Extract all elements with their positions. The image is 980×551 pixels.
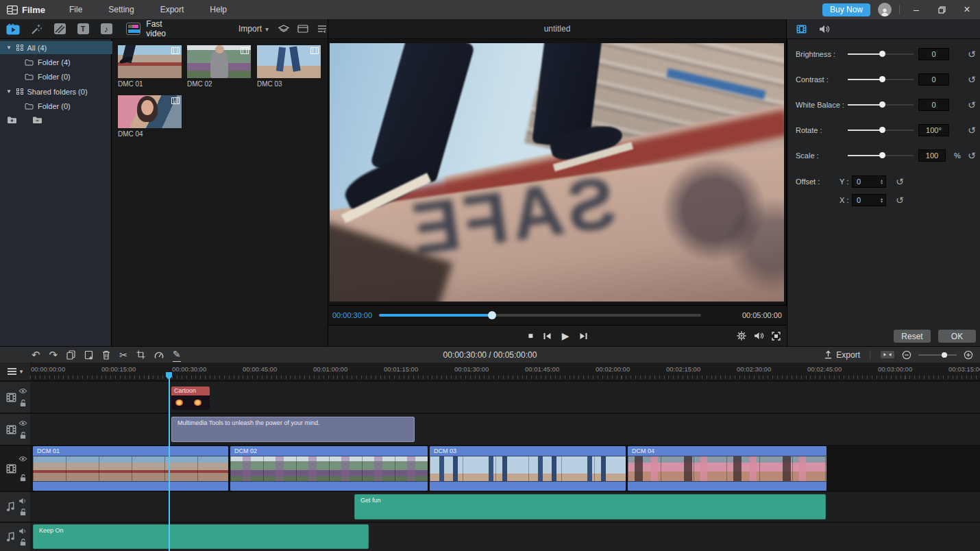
list-view-button[interactable]	[317, 25, 328, 33]
play-button[interactable]: ▶	[562, 330, 569, 341]
clip-dcm03[interactable]: DCM 03	[430, 446, 626, 491]
menu-setting[interactable]: Setting	[95, 0, 147, 19]
video-viewport[interactable]: SAFE	[330, 43, 784, 302]
layers-button[interactable]	[278, 25, 289, 34]
split-button[interactable]: ✂	[119, 348, 127, 362]
next-frame-button[interactable]	[580, 332, 588, 340]
clip-dcm04[interactable]: DCM 04	[628, 446, 826, 491]
stop-button[interactable]: ■	[528, 331, 532, 341]
clip-get-fun[interactable]: Get fun	[354, 494, 826, 519]
offset-x-reset-icon[interactable]: ↺	[892, 194, 908, 206]
clip-cartoon[interactable]: Cartoon	[171, 387, 210, 410]
clip-text[interactable]: Multimedia Tools to unleash the power of…	[171, 417, 415, 442]
brightness-value[interactable]: 0	[918, 48, 949, 60]
expander-icon[interactable]: ▼	[5, 45, 12, 51]
track-mute-toggle[interactable]	[19, 498, 27, 504]
delete-folder-button[interactable]	[32, 116, 42, 124]
zoom-in-button[interactable]	[964, 348, 973, 362]
offset-x-field[interactable]: 0 ▲ ▼	[852, 194, 886, 206]
offset-y-field[interactable]: 0 ▲ ▼	[852, 175, 886, 188]
fit-timeline-button[interactable]	[880, 348, 895, 362]
add-folder-button[interactable]	[7, 116, 17, 124]
track-lock-toggle[interactable]	[19, 431, 27, 439]
reset-button[interactable]: Reset	[894, 330, 931, 343]
rotate-reset-icon[interactable]: ↺	[964, 124, 980, 136]
preview-volume-button[interactable]	[754, 332, 764, 340]
white-balance-slider[interactable]	[848, 104, 914, 106]
clip-dcm02[interactable]: DCM 02	[230, 446, 428, 491]
track-view-button[interactable]	[297, 25, 308, 33]
tab-transitions[interactable]	[52, 22, 67, 36]
brightness-slider[interactable]	[848, 53, 914, 55]
track-lock-toggle[interactable]	[19, 538, 27, 546]
tab-audio[interactable]: ♪	[99, 22, 114, 36]
tab-media[interactable]	[5, 22, 21, 36]
tab-video-settings[interactable]	[796, 25, 807, 34]
track-menu[interactable]: ▾	[0, 363, 30, 380]
crop-button[interactable]	[136, 348, 145, 362]
delete-button[interactable]	[102, 348, 110, 362]
buy-now-button[interactable]: Buy Now	[822, 3, 870, 16]
scale-slider[interactable]	[848, 155, 914, 156]
contrast-value[interactable]: 0	[918, 73, 949, 86]
tab-audio-settings[interactable]	[819, 25, 830, 34]
track-lock-toggle[interactable]	[19, 508, 27, 516]
menu-export[interactable]: Export	[147, 0, 197, 19]
track-overlay-lane[interactable]: Cartoon	[30, 382, 980, 413]
track-audio1-lane[interactable]: Get fun	[30, 492, 980, 522]
expander-icon[interactable]: ▼	[5, 88, 12, 95]
import-dropdown[interactable]: Import ▾	[238, 24, 269, 34]
zoom-slider-handle[interactable]	[942, 352, 947, 358]
rotate-value[interactable]: 100°	[918, 124, 949, 136]
track-lock-toggle[interactable]	[19, 399, 27, 407]
track-visibility-toggle[interactable]	[19, 420, 27, 426]
account-avatar[interactable]	[878, 3, 892, 16]
brightness-reset-icon[interactable]: ↺	[964, 48, 980, 60]
scale-value[interactable]: 100	[918, 149, 946, 162]
seek-slider[interactable]	[379, 314, 701, 317]
sidebar-item-shared[interactable]: ▼ Shared folders (0)	[0, 85, 117, 98]
previous-frame-button[interactable]	[543, 332, 552, 340]
minimize-button[interactable]: –	[907, 0, 925, 19]
offset-y-stepper[interactable]: ▲ ▼	[880, 179, 885, 184]
rotate-slider[interactable]	[848, 130, 914, 131]
spin-down-icon[interactable]: ▼	[880, 200, 883, 203]
zoom-out-button[interactable]	[902, 348, 911, 362]
restore-button[interactable]	[933, 0, 951, 19]
speed-button[interactable]	[154, 348, 164, 362]
paste-button[interactable]	[84, 348, 93, 362]
tab-effects[interactable]	[29, 22, 44, 36]
track-video-lane[interactable]: DCM 01 DCM 02 DCM 03 DCM 04	[30, 446, 980, 491]
timeline-ruler[interactable]: 00:00:00:00 00:00:15:00 00:00:30:00 00:0…	[0, 363, 980, 380]
redo-button[interactable]: ↷	[49, 348, 58, 362]
clip-dcm01[interactable]: DCM 01	[33, 446, 228, 491]
clip-keep-on[interactable]: Keep On	[33, 524, 369, 549]
contrast-reset-icon[interactable]: ↺	[964, 73, 980, 86]
menu-help[interactable]: Help	[197, 0, 240, 19]
close-button[interactable]: ×	[958, 0, 976, 19]
scale-reset-icon[interactable]: ↺	[964, 149, 980, 162]
fullscreen-button[interactable]	[772, 332, 781, 341]
white-balance-reset-icon[interactable]: ↺	[964, 99, 980, 111]
offset-y-reset-icon[interactable]: ↺	[892, 175, 908, 188]
playhead-line[interactable]	[169, 373, 170, 551]
sidebar-item-all[interactable]: ▼ All (4)	[0, 41, 117, 54]
edit-button[interactable]: ✎	[173, 348, 181, 362]
media-item-dmc01[interactable]: DMC 01	[118, 45, 182, 88]
contrast-slider[interactable]	[848, 79, 914, 80]
offset-x-stepper[interactable]: ▲ ▼	[880, 197, 885, 203]
track-mute-toggle[interactable]	[19, 528, 27, 535]
white-balance-value[interactable]: 0	[918, 99, 949, 111]
undo-button[interactable]: ↶	[32, 348, 40, 362]
seek-handle[interactable]	[488, 311, 496, 319]
track-audio2-lane[interactable]: Keep On	[30, 523, 980, 551]
media-item-dmc02[interactable]: DMC 02	[187, 45, 251, 88]
spin-down-icon[interactable]: ▼	[880, 182, 883, 184]
timeline-zoom-slider[interactable]	[918, 354, 957, 356]
preview-settings-button[interactable]	[737, 331, 746, 341]
tab-text[interactable]: T	[75, 22, 90, 36]
menu-file[interactable]: File	[56, 0, 95, 19]
export-button[interactable]: Export	[824, 348, 860, 362]
media-item-dmc03[interactable]: DMC 03	[257, 45, 321, 88]
track-lock-toggle[interactable]	[19, 474, 27, 482]
